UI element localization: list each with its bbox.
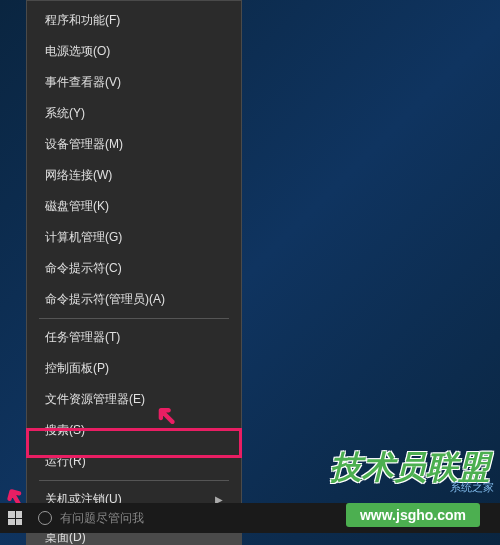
menu-label: 系统(Y): [45, 105, 85, 122]
menu-label: 运行(R): [45, 453, 86, 470]
menu-item-file-explorer[interactable]: 文件资源管理器(E): [27, 384, 241, 415]
cortana-search[interactable]: 有问题尽管问我: [30, 510, 152, 527]
search-placeholder: 有问题尽管问我: [60, 510, 144, 527]
menu-item-command-prompt-admin[interactable]: 命令提示符(管理员)(A): [27, 284, 241, 315]
menu-item-power-options[interactable]: 电源选项(O): [27, 36, 241, 67]
menu-label: 任务管理器(T): [45, 329, 120, 346]
menu-label: 搜索(S): [45, 422, 85, 439]
menu-item-disk-management[interactable]: 磁盘管理(K): [27, 191, 241, 222]
winx-context-menu: 程序和功能(F) 电源选项(O) 事件查看器(V) 系统(Y) 设备管理器(M)…: [26, 0, 242, 545]
menu-item-task-manager[interactable]: 任务管理器(T): [27, 322, 241, 353]
menu-label: 命令提示符(C): [45, 260, 122, 277]
watermark-url: www.jsgho.com: [346, 503, 480, 527]
menu-item-system[interactable]: 系统(Y): [27, 98, 241, 129]
menu-item-command-prompt[interactable]: 命令提示符(C): [27, 253, 241, 284]
menu-label: 电源选项(O): [45, 43, 110, 60]
menu-item-device-manager[interactable]: 设备管理器(M): [27, 129, 241, 160]
menu-label: 设备管理器(M): [45, 136, 123, 153]
menu-label: 程序和功能(F): [45, 12, 120, 29]
menu-item-run[interactable]: 运行(R): [27, 446, 241, 477]
windows-logo-icon: [8, 511, 22, 525]
menu-item-network-connections[interactable]: 网络连接(W): [27, 160, 241, 191]
menu-label: 计算机管理(G): [45, 229, 122, 246]
cortana-icon: [38, 511, 52, 525]
menu-item-search[interactable]: 搜索(S): [27, 415, 241, 446]
menu-label: 事件查看器(V): [45, 74, 121, 91]
menu-item-event-viewer[interactable]: 事件查看器(V): [27, 67, 241, 98]
menu-label: 命令提示符(管理员)(A): [45, 291, 165, 308]
menu-label: 控制面板(P): [45, 360, 109, 377]
watermark-small-text: 系统之家: [450, 480, 494, 495]
menu-label: 文件资源管理器(E): [45, 391, 145, 408]
menu-item-programs-features[interactable]: 程序和功能(F): [27, 5, 241, 36]
menu-item-computer-management[interactable]: 计算机管理(G): [27, 222, 241, 253]
menu-separator: [39, 480, 229, 481]
start-button[interactable]: [0, 503, 30, 533]
menu-label: 网络连接(W): [45, 167, 112, 184]
menu-item-control-panel[interactable]: 控制面板(P): [27, 353, 241, 384]
menu-separator: [39, 318, 229, 319]
menu-label: 磁盘管理(K): [45, 198, 109, 215]
